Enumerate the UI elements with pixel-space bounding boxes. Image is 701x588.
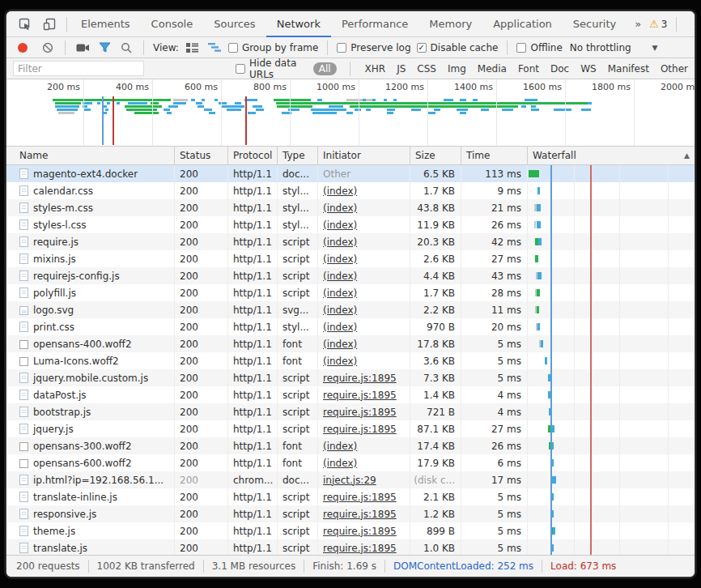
- large-rows-view-icon[interactable]: [185, 40, 201, 56]
- cell-type: script: [278, 250, 318, 267]
- column-header-label: Type: [283, 150, 305, 161]
- tab-security[interactable]: Security: [563, 11, 627, 37]
- cell-size: 3.6 KB: [410, 352, 461, 369]
- column-header-initiator[interactable]: Initiator: [318, 147, 410, 164]
- initiator-link[interactable]: (index): [323, 288, 357, 299]
- overview-request-bar: [274, 99, 311, 101]
- more-options-icon[interactable]: ⋮: [685, 17, 695, 32]
- initiator-link[interactable]: inject.js:29: [323, 475, 376, 486]
- filter-type-xhr[interactable]: XHR: [365, 63, 386, 75]
- initiator-link[interactable]: require.js:1895: [323, 509, 397, 520]
- throttling-dropdown[interactable]: No throttling ▼: [570, 42, 658, 53]
- search-icon[interactable]: [118, 40, 134, 56]
- cell-protocol: chrom...: [228, 471, 278, 488]
- initiator-link[interactable]: (index): [323, 441, 357, 452]
- column-header-protocol[interactable]: Protocol: [228, 147, 278, 164]
- inspect-element-icon[interactable]: [15, 15, 36, 34]
- cell-waterfall: [528, 165, 695, 182]
- overview-request-bar: [248, 112, 256, 114]
- tab-sources[interactable]: Sources: [203, 11, 266, 37]
- cell-status: 200: [175, 471, 228, 488]
- filter-input[interactable]: [13, 61, 144, 76]
- more-tabs-icon[interactable]: »: [627, 11, 649, 36]
- cell-type: svg...: [278, 301, 318, 318]
- initiator-link[interactable]: (index): [323, 458, 357, 469]
- cell-initiator: (index): [318, 199, 410, 216]
- initiator-link[interactable]: (index): [323, 356, 357, 367]
- filter-type-font[interactable]: Font: [518, 63, 539, 75]
- initiator-link[interactable]: (index): [323, 271, 357, 282]
- disable-cache-checkbox[interactable]: [417, 43, 427, 53]
- initiator-link[interactable]: require.js:1895: [323, 543, 397, 554]
- request-name: print.css: [33, 322, 74, 333]
- initiator-link[interactable]: require.js:1895: [323, 390, 397, 401]
- clear-icon[interactable]: [40, 40, 56, 56]
- show-overview-icon[interactable]: [206, 40, 223, 56]
- filter-icon[interactable]: [96, 40, 113, 56]
- cell-waterfall: [528, 420, 695, 437]
- initiator-link[interactable]: (index): [323, 254, 357, 265]
- offline-label[interactable]: Offline: [530, 42, 562, 53]
- overview-request-bar: [355, 109, 361, 111]
- network-overview-timeline[interactable]: 200 ms400 ms600 ms800 ms1000 ms1200 ms14…: [6, 79, 695, 147]
- cell-type: styl...: [278, 182, 318, 199]
- initiator-link[interactable]: require.js:1895: [323, 492, 397, 503]
- cell-time: 5 ms: [461, 522, 528, 539]
- tab-performance[interactable]: Performance: [331, 11, 418, 37]
- initiator-link[interactable]: (index): [323, 202, 357, 214]
- capture-screenshots-icon[interactable]: [74, 40, 91, 56]
- initiator-link[interactable]: (index): [323, 305, 357, 316]
- initiator-link[interactable]: require.js:1895: [323, 424, 397, 435]
- offline-checkbox[interactable]: [516, 43, 526, 53]
- column-header-type[interactable]: Type: [278, 147, 318, 164]
- hide-data-urls-checkbox[interactable]: [236, 64, 245, 74]
- timeline-gridline: [565, 79, 566, 146]
- tab-console[interactable]: Console: [141, 11, 204, 37]
- hide-data-urls-label[interactable]: Hide data URLs: [249, 58, 308, 80]
- preserve-log-label[interactable]: Preserve log: [350, 42, 410, 53]
- initiator-link[interactable]: (index): [323, 339, 357, 350]
- filter-type-other[interactable]: Other: [661, 63, 688, 75]
- preserve-log-checkbox[interactable]: [337, 43, 346, 53]
- cell-status: 200: [175, 369, 228, 386]
- cell-initiator: require.js:1895: [318, 522, 410, 539]
- tab-memory[interactable]: Memory: [418, 11, 482, 37]
- cell-waterfall: [528, 539, 695, 555]
- tab-application[interactable]: Application: [482, 11, 563, 37]
- filter-type-ws[interactable]: WS: [580, 63, 596, 75]
- group-by-frame-checkbox[interactable]: [228, 43, 238, 53]
- cell-initiator: require.js:1895: [318, 403, 410, 420]
- initiator-link[interactable]: require.js:1895: [323, 407, 397, 418]
- tab-elements[interactable]: Elements: [70, 11, 141, 37]
- filter-type-doc[interactable]: Doc: [550, 63, 569, 75]
- initiator-link[interactable]: (index): [323, 322, 357, 333]
- cell-size: 899 B: [410, 522, 461, 539]
- record-button[interactable]: [18, 43, 28, 53]
- cell-status: 200: [175, 301, 228, 318]
- document-file-icon: [19, 475, 28, 485]
- cell-name: translate.js: [6, 539, 175, 555]
- disable-cache-label[interactable]: Disable cache: [431, 42, 499, 53]
- cell-protocol: http/1.1: [228, 250, 278, 267]
- filter-type-manifest[interactable]: Manifest: [608, 63, 649, 75]
- initiator-link[interactable]: require.js:1895: [323, 526, 397, 537]
- console-warning-badge[interactable]: ⚠ 3: [649, 18, 667, 30]
- initiator-link[interactable]: (index): [323, 185, 357, 197]
- column-header-status[interactable]: Status: [175, 147, 228, 164]
- column-header-time[interactable]: Time: [461, 147, 528, 164]
- column-header-name[interactable]: Name: [6, 147, 175, 164]
- initiator-link[interactable]: require.js:1895: [323, 373, 397, 384]
- waterfall-bar: [537, 204, 541, 211]
- filter-type-js[interactable]: JS: [397, 63, 406, 75]
- filter-type-css[interactable]: CSS: [417, 63, 436, 75]
- initiator-link[interactable]: (index): [323, 236, 357, 248]
- column-header-size[interactable]: Size: [410, 147, 461, 164]
- filter-type-media[interactable]: Media: [478, 63, 507, 75]
- device-toolbar-icon[interactable]: [39, 15, 60, 34]
- group-by-frame-label[interactable]: Group by frame: [242, 42, 318, 53]
- filter-type-all[interactable]: All: [313, 62, 337, 75]
- tab-network[interactable]: Network: [266, 11, 331, 37]
- column-header-waterfall[interactable]: Waterfall▲: [528, 147, 695, 164]
- initiator-link[interactable]: (index): [323, 219, 357, 231]
- filter-type-img[interactable]: Img: [448, 63, 466, 75]
